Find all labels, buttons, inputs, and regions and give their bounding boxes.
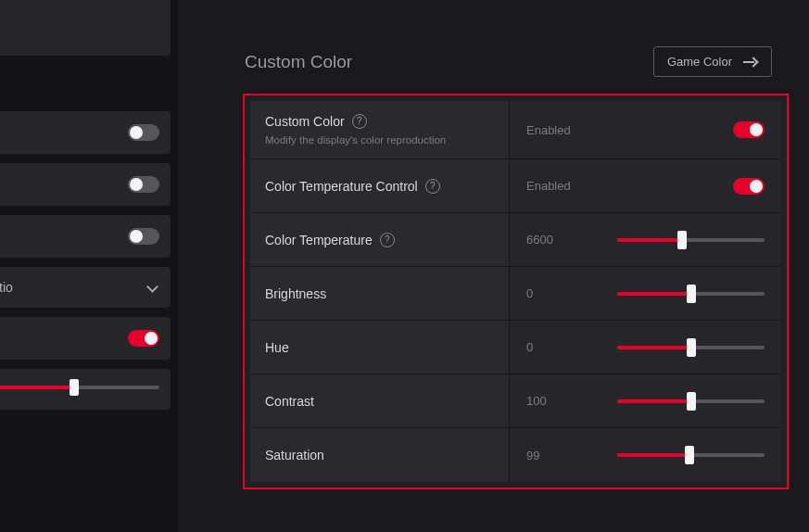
slider-thumb[interactable]: [687, 285, 696, 303]
setting-value-cell: 100: [510, 374, 781, 427]
slider[interactable]: [617, 453, 765, 457]
setting-value-cell: 6600: [510, 213, 781, 266]
toggle[interactable]: [128, 124, 159, 141]
slider[interactable]: [617, 238, 765, 242]
game-color-button[interactable]: Game Color: [653, 46, 772, 77]
setting-sublabel: Modify the display's color reproduction: [265, 134, 494, 146]
toggle[interactable]: [128, 176, 159, 193]
slider[interactable]: [617, 399, 765, 403]
setting-value-text: 6600: [526, 233, 600, 247]
sidebar-item-label: ect ratio: [0, 280, 13, 295]
setting-value-cell: 0: [510, 321, 781, 374]
setting-value-text: 0: [526, 286, 600, 300]
chevron-down-icon: [146, 281, 159, 294]
setting-label: Brightness: [265, 286, 326, 301]
game-color-label: Game Color: [667, 55, 732, 69]
toggle[interactable]: [128, 228, 159, 245]
slider-thumb[interactable]: [687, 392, 696, 411]
help-icon[interactable]: ?: [425, 179, 440, 194]
custom-color-panel: Custom Color?Modify the display's color …: [243, 94, 789, 489]
help-icon[interactable]: ?: [352, 114, 367, 129]
setting-row: Saturation99: [250, 428, 781, 482]
toggle[interactable]: [733, 178, 765, 195]
setting-row: Contrast100: [250, 374, 781, 428]
slider-thumb[interactable]: [677, 231, 687, 249]
help-icon[interactable]: ?: [380, 233, 395, 247]
setting-value-text: 99: [526, 449, 600, 462]
setting-value-cell: 99: [510, 428, 781, 482]
sidebar-slider[interactable]: [0, 369, 171, 410]
header: Custom Color Game Color: [178, 33, 798, 94]
sidebar-top: [0, 0, 171, 56]
setting-row: Color Temperature?6600: [250, 213, 781, 267]
setting-label: Hue: [265, 340, 289, 355]
setting-label-cell: Saturation: [250, 428, 510, 482]
main: Custom Color Game Color Custom Color?Mod…: [178, 0, 809, 532]
setting-label-cell: Hue: [250, 321, 510, 374]
slider-thumb[interactable]: [685, 446, 694, 464]
setting-value-text: Enabled: [526, 123, 600, 137]
setting-row: Custom Color?Modify the display's color …: [250, 101, 781, 159]
toggle[interactable]: [128, 330, 159, 347]
setting-row: Brightness0: [250, 267, 781, 321]
setting-label: Custom Color: [265, 114, 345, 129]
page-title: Custom Color: [245, 52, 352, 72]
setting-label-cell: Custom Color?Modify the display's color …: [250, 101, 510, 158]
sidebar-item-2[interactable]: [0, 163, 171, 206]
setting-label: Saturation: [265, 448, 324, 462]
setting-value-text: Enabled: [526, 179, 600, 193]
setting-row: Hue0: [250, 321, 781, 374]
setting-value-cell: Enabled: [510, 159, 781, 212]
topbar: [178, 0, 798, 33]
sidebar-item-3[interactable]: [0, 215, 171, 258]
setting-label-cell: Contrast: [250, 374, 510, 427]
setting-row: Color Temperature Control?Enabled: [250, 159, 781, 213]
sidebar-item-ted[interactable]: ted: [0, 111, 171, 154]
setting-value-cell: 0: [510, 267, 781, 320]
arrow-right-icon: [743, 57, 758, 67]
sidebar: ted ect ratio: [0, 0, 178, 532]
toggle[interactable]: [733, 121, 765, 138]
setting-label: Contrast: [265, 394, 314, 409]
setting-value-cell: Enabled: [510, 101, 781, 158]
setting-value-text: 100: [526, 394, 600, 408]
setting-label: Color Temperature: [265, 233, 373, 247]
setting-value-text: 0: [526, 340, 600, 354]
setting-label-cell: Color Temperature?: [250, 213, 510, 266]
setting-label-cell: Color Temperature Control?: [250, 159, 510, 212]
slider-thumb[interactable]: [687, 338, 696, 357]
setting-label-cell: Brightness: [250, 267, 510, 320]
sidebar-item-5[interactable]: [0, 317, 171, 360]
sidebar-item-aspect[interactable]: ect ratio: [0, 267, 171, 308]
slider[interactable]: [617, 292, 765, 296]
slider[interactable]: [617, 346, 765, 349]
setting-label: Color Temperature Control: [265, 179, 418, 194]
